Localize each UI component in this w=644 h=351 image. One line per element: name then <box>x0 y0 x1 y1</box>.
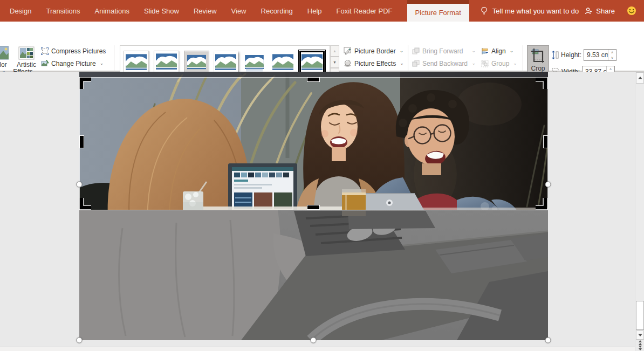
picture-style-soft-edge-rectangle[interactable] <box>271 51 294 73</box>
resize-handle-right[interactable] <box>545 182 551 188</box>
change-picture-icon <box>41 60 49 67</box>
height-input[interactable] <box>584 50 608 60</box>
crop-handle-bottom-left[interactable] <box>79 198 91 210</box>
align-button[interactable]: Align ⌄ <box>481 45 513 57</box>
change-picture-button[interactable]: Change Picture ⌄ <box>41 58 104 69</box>
height-spinner[interactable]: ˄ ˅ <box>608 50 616 60</box>
height-label: Height: <box>561 51 581 59</box>
picture-style-simple-frame-black[interactable] <box>299 51 325 73</box>
spin-up-icon: ˄ <box>608 50 616 55</box>
picture-style-simple-frame-white[interactable] <box>124 51 149 73</box>
crop-icon <box>530 47 546 65</box>
picture-effects-label: Picture Effects <box>354 60 396 67</box>
picture-border-button[interactable]: Picture Border ⌄ <box>344 45 403 57</box>
resize-handle-left[interactable] <box>77 182 83 188</box>
artistic-effects-icon <box>18 45 35 61</box>
picture-style-beveled-matte-white[interactable] <box>154 51 179 73</box>
crop-handle-bottom-right[interactable] <box>536 198 547 210</box>
crop-handle-bottom-middle[interactable] <box>307 205 320 210</box>
change-picture-label: Change Picture <box>51 60 96 67</box>
tab-review[interactable]: Review <box>194 7 217 15</box>
tab-picture-format[interactable]: Picture Format <box>407 4 469 22</box>
picture-border-icon <box>344 47 352 55</box>
group-label: Group <box>491 60 509 67</box>
compress-pictures-button[interactable]: Compress Pictures <box>41 45 106 57</box>
lightbulb-icon <box>480 6 488 16</box>
tab-foxit-reader-pdf[interactable]: Foxit Reader PDF <box>337 7 393 15</box>
group-icon <box>481 60 489 67</box>
scroll-up-button[interactable] <box>636 72 644 84</box>
send-backward-label: Send Backward <box>422 60 468 67</box>
resize-handle-bottom-right[interactable] <box>545 338 551 343</box>
artistic-effects-button[interactable]: Artistic Effects ⌄ <box>12 45 41 75</box>
tell-me-label: Tell me what you want to do <box>492 7 579 15</box>
next-slide-button[interactable] <box>636 346 644 350</box>
canvas-bottom-strip <box>0 347 635 351</box>
ribbon: lor ⌄ Artistic Effects ⌄ Compress Pictur… <box>0 22 644 72</box>
picture-style-drop-shadow-rectangle[interactable] <box>214 51 238 73</box>
tab-design[interactable]: Design <box>10 7 31 15</box>
slide-picture[interactable] <box>79 72 548 340</box>
compress-pictures-label: Compress Pictures <box>51 47 106 55</box>
chevron-down-icon: ⌄ <box>513 61 517 66</box>
crop-handle-top-left[interactable] <box>79 77 91 89</box>
ribbon-tab-bar: DesignTransitionsAnimationsSlide ShowRev… <box>0 0 644 22</box>
picture-effects-icon <box>344 59 352 67</box>
group-button[interactable]: Group ⌄ <box>481 58 517 69</box>
tab-help[interactable]: Help <box>307 7 322 15</box>
bring-forward-icon <box>412 47 420 55</box>
resize-handle-bottom-left[interactable] <box>77 338 83 343</box>
color-icon <box>0 45 9 61</box>
send-backward-button[interactable]: Send Backward ⌄ <box>412 58 476 69</box>
chevron-down-icon: ⌄ <box>471 61 476 66</box>
picture-effects-button[interactable]: Picture Effects ⌄ <box>344 58 404 69</box>
height-icon <box>551 51 559 59</box>
resize-handle-bottom-middle[interactable] <box>311 338 317 343</box>
crop-label: Crop <box>531 65 545 72</box>
spin-down-icon: ˅ <box>608 55 616 60</box>
vertical-scrollbar[interactable] <box>635 72 644 351</box>
tab-slide-show[interactable]: Slide Show <box>144 7 179 15</box>
picture-style-reflected-rounded-rectangle[interactable] <box>243 51 266 73</box>
tab-transitions[interactable]: Transitions <box>46 7 80 15</box>
crop-handle-top-middle[interactable] <box>307 77 320 82</box>
tell-me-box[interactable]: Tell me what you want to do <box>480 6 579 16</box>
scrollbar-thumb[interactable] <box>636 301 644 330</box>
compress-pictures-icon <box>41 47 49 55</box>
color-button-partial[interactable]: lor ⌄ <box>0 45 10 73</box>
scroll-down-button[interactable] <box>636 331 644 340</box>
crop-handle-left-middle[interactable] <box>79 135 84 148</box>
previous-slide-button[interactable] <box>636 340 644 345</box>
smiley-icon[interactable] <box>627 6 636 16</box>
chevron-down-icon: ⌄ <box>471 49 476 53</box>
tab-recording[interactable]: Recording <box>261 7 293 15</box>
picture-border-label: Picture Border <box>354 47 396 55</box>
chevron-down-icon: ⌄ <box>100 61 104 66</box>
gallery-scroll-up-button[interactable]: ▲ <box>330 45 339 57</box>
align-icon <box>481 47 489 55</box>
share-button[interactable]: Share <box>585 7 615 15</box>
align-label: Align <box>491 47 506 55</box>
crop-handle-top-right[interactable] <box>536 77 547 89</box>
bring-forward-button[interactable]: Bring Forward ⌄ <box>412 45 476 57</box>
crop-handle-right-middle[interactable] <box>543 135 548 148</box>
chevron-down-icon: ⌄ <box>510 49 514 53</box>
picture-style-metal-frame[interactable] <box>184 51 209 73</box>
share-person-icon <box>585 7 593 15</box>
tab-view[interactable]: View <box>231 7 246 15</box>
send-backward-icon <box>412 60 420 67</box>
spin-up-icon: ˄ <box>607 66 614 72</box>
slide-canvas[interactable] <box>0 72 644 351</box>
bring-forward-label: Bring Forward <box>422 47 463 55</box>
chevron-down-icon: ⌄ <box>400 49 404 53</box>
arrow-up-icon <box>638 77 642 79</box>
gallery-scroll-down-button[interactable]: ▼ <box>330 57 339 68</box>
tab-animations[interactable]: Animations <box>95 7 129 15</box>
chevron-down-icon: ⌄ <box>400 61 404 66</box>
height-field-row: Height: ˄ ˅ <box>551 49 616 61</box>
arrow-down-icon <box>638 334 642 336</box>
share-label: Share <box>596 7 615 15</box>
